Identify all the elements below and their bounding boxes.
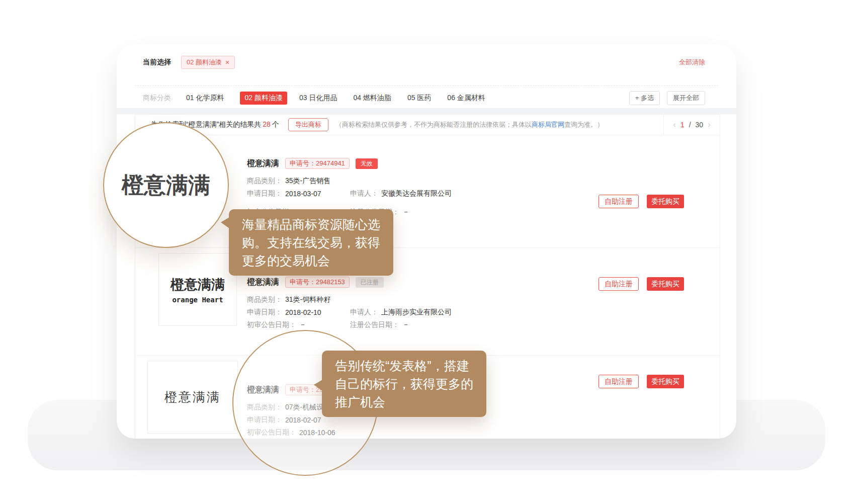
results-count: 28 — [263, 120, 271, 128]
reg-pub-label: 注册公告日期： — [350, 320, 399, 329]
apply-date-value: 2018-03-07 — [285, 190, 321, 198]
category-item-03[interactable]: 03 日化用品 — [299, 94, 337, 103]
page-separator: / — [689, 121, 691, 129]
magnifier-circle-top: 橙意满满 — [103, 122, 229, 248]
magnified-trademark-text: 橙意满满 — [122, 171, 210, 200]
entrust-buy-button[interactable]: 委托购买 — [647, 375, 684, 388]
category-item-04[interactable]: 04 燃料油脂 — [353, 94, 391, 103]
reg-pub-value: － — [402, 320, 409, 329]
apply-date-value: 2018-02-10 — [285, 308, 321, 316]
promo-tooltip-bottom: 告别传统“发表格”，搭建 自己的标行，获得更多的 推广机会 — [322, 351, 486, 417]
category-value: 35类-广告销售 — [285, 177, 330, 186]
row-2-title-line: 橙意满满 申请号：29482153 已注册 — [247, 276, 452, 288]
trademark-office-link[interactable]: 商标局官网 — [532, 121, 564, 128]
total-pages: 30 — [696, 121, 704, 129]
category-label: 商品类别： — [247, 177, 282, 186]
results-summary-suffix: 个 — [272, 120, 279, 128]
clear-all-button[interactable]: 全部清除 — [679, 58, 705, 67]
promo-tooltip-top: 海量精品商标资源随心选 购。支持在线交易，获得 更多的交易机会 — [229, 209, 393, 276]
row-1-title-line: 橙意满满 申请号：29474941 无效 — [247, 157, 452, 170]
disclaimer-prefix: （商标检索结果仅供参考，不作为商标能否注册的法律依据；具体以 — [335, 121, 532, 128]
applicant-label: 申请人： — [350, 189, 378, 198]
row-3-actions: 自助注册 委托购买 — [599, 375, 684, 388]
applicant-label: 申请人： — [350, 308, 378, 317]
first-pub-value: － — [299, 320, 306, 329]
entrust-buy-button[interactable]: 委托购买 — [647, 277, 684, 291]
applicant-value: 上海雨步实业有限公司 — [381, 308, 452, 317]
first-pub-label: 初审公告日期： — [247, 320, 296, 329]
category-actions: + 多选 展开全部 — [629, 91, 705, 105]
selected-filter-tag[interactable]: 02 颜料油漆 × — [181, 56, 235, 69]
category-item-05[interactable]: 05 医药 — [407, 94, 431, 103]
prev-page-icon[interactable]: ‹ — [673, 120, 676, 130]
detail-line: 申请日期：2018-03-07 申请人：安徽美达会展有限公司 — [247, 187, 452, 200]
trademark-image: 橙意满满 orange Heart — [158, 253, 237, 326]
detail-line: 商品类别：35类-广告销售 — [247, 175, 452, 187]
current-selection-label: 当前选择 — [143, 58, 171, 67]
detail-line: 商品类别：31类-饲料种籽 — [247, 293, 452, 306]
entrust-buy-button[interactable]: 委托购买 — [647, 195, 684, 208]
remove-filter-icon[interactable]: × — [225, 59, 229, 66]
disclaimer-suffix: 查询为准。） — [564, 121, 604, 128]
application-number-badge: 申请号：29482153 — [285, 277, 350, 288]
result-row-2: 橙意满满 orange Heart 橙意满满 申请号：29482153 已注册 … — [135, 248, 720, 356]
trademark-image-text: 橙意满满 — [164, 389, 221, 405]
self-register-button[interactable]: 自助注册 — [599, 375, 639, 388]
application-number-value: 29474941 — [316, 159, 345, 167]
filter-section: 当前选择 02 颜料油漆 × 全部清除 商标分类 01 化学原料 02 颜料油漆… — [117, 44, 736, 108]
apply-date-label: 申请日期： — [247, 308, 282, 317]
category-label: 商品类别： — [247, 295, 282, 304]
category-row-label: 商标分类 — [143, 94, 171, 103]
trademark-image-subtext: orange Heart — [172, 296, 223, 304]
trademark-name: 橙意满满 — [247, 158, 279, 169]
self-register-button[interactable]: 自助注册 — [599, 277, 639, 291]
results-header: 为您检索到“橙意满满”相关的结果共28个 导出商标 （商标检索结果仅供参考，不作… — [135, 115, 720, 135]
application-number-label: 申请号： — [290, 278, 316, 286]
current-selection-row: 当前选择 02 颜料油漆 × 全部清除 — [143, 55, 705, 69]
trademark-image: 橙意满满 — [147, 361, 238, 434]
selected-filter-tag-label: 02 颜料油漆 — [187, 58, 222, 67]
detail-line: 申请日期：2018-02-10 申请人：上海雨步实业有限公司 — [247, 306, 452, 318]
trademark-name: 橙意满满 — [247, 277, 279, 288]
expand-all-button[interactable]: 展开全部 — [667, 91, 705, 105]
multi-select-button[interactable]: + 多选 — [629, 91, 660, 105]
category-row: 商标分类 01 化学原料 02 颜料油漆 03 日化用品 04 燃料油脂 05 … — [143, 91, 705, 106]
row-2-actions: 自助注册 委托购买 — [599, 277, 684, 291]
status-badge-registered: 已注册 — [356, 277, 384, 288]
export-trademarks-button[interactable]: 导出商标 — [288, 118, 328, 131]
application-number-badge: 申请号：29474941 — [285, 158, 350, 169]
application-number-value: 29482153 — [316, 278, 345, 286]
reg-pub-value: － — [402, 208, 409, 217]
current-page: 1 — [680, 121, 685, 129]
row-1-actions: 自助注册 委托购买 — [599, 195, 684, 208]
pagination: ‹ 1 / 30 › — [663, 115, 720, 135]
category-item-01[interactable]: 01 化学原料 — [186, 94, 224, 103]
section-gap — [117, 108, 736, 114]
self-register-button[interactable]: 自助注册 — [599, 195, 639, 208]
category-item-06[interactable]: 06 金属材料 — [447, 94, 485, 103]
apply-date-label: 申请日期： — [247, 189, 282, 198]
trademark-image-text: 橙意满满 — [170, 276, 225, 294]
status-badge-invalid: 无效 — [356, 158, 378, 169]
application-number-label: 申请号： — [290, 159, 316, 167]
applicant-value: 安徽美达会展有限公司 — [381, 189, 452, 198]
row-2-details: 橙意满满 申请号：29482153 已注册 商品类别：31类-饲料种籽 申请日期… — [247, 276, 452, 331]
category-value: 31类-饲料种籽 — [285, 295, 330, 304]
row-2-detail-grid: 商品类别：31类-饲料种籽 申请日期：2018-02-10 申请人：上海雨步实业… — [247, 293, 452, 331]
disclaimer-text: （商标检索结果仅供参考，不作为商标能否注册的法律依据；具体以商标局官网查询为准。… — [335, 120, 604, 129]
dashed-divider — [135, 86, 718, 86]
category-item-02-selected[interactable]: 02 颜料油漆 — [240, 92, 287, 105]
next-page-icon[interactable]: › — [708, 120, 711, 130]
detail-line: 初审公告日期：－ 注册公告日期：－ — [247, 318, 452, 331]
